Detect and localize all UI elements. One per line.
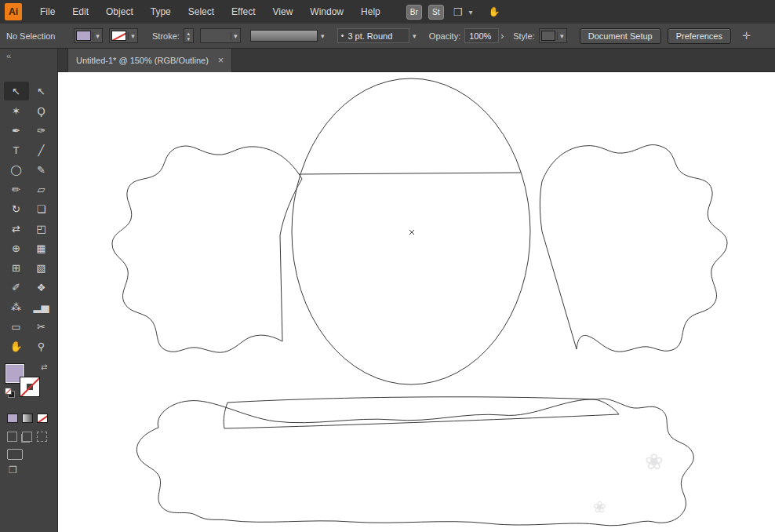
color-button[interactable] — [7, 414, 18, 423]
opacity-flyout-icon[interactable]: › — [500, 31, 504, 42]
illustrator-window: Ai FileEditObjectTypeSelectEffectViewWin… — [0, 0, 775, 532]
chevron-down-icon: ▾ — [128, 32, 137, 40]
default-fill-stroke-icon[interactable] — [5, 388, 15, 398]
selection-tool[interactable]: ↖ — [4, 82, 29, 100]
ellipse-tool[interactable]: ◯ — [4, 160, 29, 179]
stroke-swatch[interactable] — [20, 377, 40, 397]
style-dropdown[interactable]: ▾ — [539, 28, 567, 43]
draw-normal-button[interactable] — [7, 432, 17, 442]
chevron-down-icon: ▾ — [93, 32, 102, 40]
slice-tool[interactable]: ✂ — [29, 317, 54, 336]
menu-type[interactable]: Type — [142, 0, 180, 24]
style-label: Style: — [513, 31, 535, 41]
gradient-tool[interactable]: ▧ — [29, 258, 54, 277]
blend-tool[interactable]: ❖ — [29, 278, 54, 297]
perspective-grid-tool[interactable]: ▦ — [29, 239, 54, 257]
stroke-weight-dropdown[interactable]: ▾ — [200, 28, 241, 43]
menu-view[interactable]: View — [264, 0, 302, 24]
tools-panel: « ↖↖✶Ϙ✒✑T╱◯✎✏▱↻❏⇄◰⊕▦⊞▧✐❖⁂▂▅▭✂✋⚲ ⇄ — [0, 49, 58, 532]
menu-effect[interactable]: Effect — [223, 0, 264, 24]
column-graph-tool[interactable]: ▂▅ — [29, 297, 54, 316]
eraser-tool[interactable]: ▱ — [29, 180, 54, 199]
mesh-tool[interactable]: ⊞ — [4, 258, 29, 277]
workspace-switcher-icon[interactable]: ❒ — [453, 6, 463, 18]
artboard-canvas[interactable]: ❀ ❀ — [58, 72, 775, 532]
style-swatch — [541, 31, 555, 41]
toolbar-collapse-button[interactable]: « — [0, 49, 57, 61]
workspace-chevron-down-icon[interactable]: ▾ — [468, 8, 472, 16]
draw-inside-button[interactable] — [37, 432, 47, 442]
stock-button[interactable]: St — [428, 5, 444, 20]
pen-tool[interactable]: ✒ — [4, 121, 29, 140]
screen-mode-icon[interactable]: ❐ — [9, 465, 57, 476]
gradient-button[interactable] — [22, 414, 33, 423]
stroke-label: Stroke: — [152, 31, 180, 41]
stroke-weight-stepper[interactable]: ▴ ▾ — [184, 28, 194, 43]
fill-color-dropdown[interactable]: ▾ — [74, 28, 103, 43]
chevron-down-icon: ▾ — [557, 32, 566, 40]
menu-help[interactable]: Help — [352, 0, 389, 24]
variable-width-profile-preview[interactable] — [250, 30, 318, 42]
control-bar: No Selection ▾ ▾ Stroke: ▴ ▾ ▾ ▾ • 3 pt.… — [0, 24, 775, 49]
menu-edit[interactable]: Edit — [64, 0, 97, 24]
shape-builder-tool[interactable]: ⊕ — [4, 239, 29, 257]
artwork-base-puddle[interactable] — [136, 399, 693, 526]
artwork-center-mark — [409, 230, 414, 235]
paintbrush-tool[interactable]: ✎ — [29, 160, 54, 179]
menu-select[interactable]: Select — [180, 0, 223, 24]
brush-dot-icon: • — [341, 31, 344, 40]
free-transform-tool[interactable]: ◰ — [29, 219, 54, 238]
select-similar-options-icon[interactable]: ✛ — [742, 30, 751, 42]
document-tab[interactable]: Untitled-1* @ 150% (RGB/Outline) × — [67, 49, 232, 72]
rotate-tool[interactable]: ↻ — [4, 199, 29, 218]
hand-tool[interactable]: ✋ — [4, 337, 29, 355]
menu-window[interactable]: Window — [301, 0, 352, 24]
stroke-color-swatch — [111, 31, 126, 41]
draw-behind-button[interactable] — [22, 432, 32, 442]
line-segment-tool[interactable]: ╱ — [29, 140, 54, 159]
menu-file[interactable]: File — [31, 0, 64, 24]
stepper-up-icon[interactable]: ▴ — [187, 31, 191, 36]
menu-items: FileEditObjectTypeSelectEffectViewWindow… — [31, 0, 389, 24]
width-tool[interactable]: ⇄ — [4, 219, 29, 238]
watermark-icon: ❀ — [593, 497, 606, 516]
artwork-base-slab[interactable] — [224, 397, 619, 428]
swap-fill-stroke-icon[interactable]: ⇄ — [41, 363, 47, 371]
brush-definition-dropdown[interactable]: • 3 pt. Round — [337, 28, 409, 43]
toolbar-tools: ↖↖✶Ϙ✒✑T╱◯✎✏▱↻❏⇄◰⊕▦⊞▧✐❖⁂▂▅▭✂✋⚲ — [0, 82, 57, 355]
opacity-input[interactable]: 100% — [464, 28, 499, 43]
eyedropper-tool[interactable]: ✐ — [4, 278, 29, 297]
artwork-chord-line[interactable] — [299, 173, 521, 174]
brush-definition-chevron-icon[interactable]: ▾ — [409, 30, 420, 42]
brush-definition-value: 3 pt. Round — [347, 31, 392, 41]
artboard-tool[interactable]: ▭ — [4, 317, 29, 336]
chevron-down-icon: ▾ — [231, 32, 240, 40]
stroke-color-dropdown[interactable]: ▾ — [109, 28, 138, 43]
watermark-icon: ❀ — [645, 449, 663, 475]
variable-width-chevron-icon[interactable]: ▾ — [318, 30, 328, 42]
bridge-button[interactable]: Br — [406, 5, 422, 20]
change-screen-mode-button[interactable] — [7, 449, 23, 460]
curvature-tool[interactable]: ✑ — [29, 121, 54, 140]
none-button[interactable] — [37, 414, 48, 423]
touch-workspace-icon[interactable]: ✋ — [488, 6, 500, 17]
document-tab-title: Untitled-1* @ 150% (RGB/Outline) — [76, 56, 209, 65]
scale-tool[interactable]: ❏ — [29, 199, 54, 218]
artwork-right-cloud[interactable] — [540, 145, 727, 352]
drawing-modes-row — [7, 432, 57, 442]
lasso-tool[interactable]: Ϙ — [29, 101, 54, 120]
direct-selection-tool[interactable]: ↖ — [29, 82, 54, 100]
stepper-down-icon[interactable]: ▾ — [187, 36, 191, 42]
symbol-sprayer-tool[interactable]: ⁂ — [4, 297, 29, 316]
type-tool[interactable]: T — [4, 140, 29, 159]
menu-object[interactable]: Object — [97, 0, 142, 24]
zoom-tool[interactable]: ⚲ — [29, 337, 54, 355]
magic-wand-tool[interactable]: ✶ — [4, 101, 29, 120]
preferences-button[interactable]: Preferences — [668, 28, 731, 44]
app-logo-icon: Ai — [5, 3, 22, 20]
tab-close-icon[interactable]: × — [218, 55, 224, 66]
pencil-tool[interactable]: ✏ — [4, 180, 29, 199]
artwork-left-cloud[interactable] — [112, 146, 302, 352]
document-setup-button[interactable]: Document Setup — [580, 28, 661, 44]
paint-style-row — [7, 414, 57, 423]
